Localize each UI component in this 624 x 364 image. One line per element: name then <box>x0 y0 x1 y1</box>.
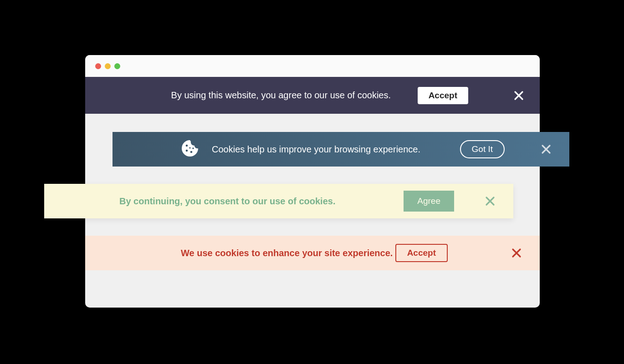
cookie-banner-3: By continuing, you consent to our use of… <box>44 184 513 218</box>
close-icon[interactable] <box>541 144 551 154</box>
cookie-banner-4: We use cookies to enhance your site expe… <box>85 236 540 270</box>
cookie-banner-2: Cookies help us improve your browsing ex… <box>113 132 569 167</box>
svg-point-1 <box>186 149 188 152</box>
got-it-button[interactable]: Got It <box>460 140 505 158</box>
svg-point-4 <box>189 147 190 148</box>
window-titlebar <box>85 55 540 77</box>
cookie-banner-4-message: We use cookies to enhance your site expe… <box>181 248 395 258</box>
accept-button[interactable]: Accept <box>418 87 468 104</box>
window-maximize-dot[interactable] <box>114 63 120 69</box>
window-minimize-dot[interactable] <box>105 63 111 69</box>
browser-window: By using this website, you agree to our … <box>85 55 540 308</box>
svg-point-0 <box>186 144 188 147</box>
cookie-banner-3-message: By continuing, you consent to our use of… <box>119 196 404 207</box>
svg-point-2 <box>190 151 193 153</box>
agree-button[interactable]: Agree <box>404 191 454 212</box>
accept-button[interactable]: Accept <box>395 244 448 262</box>
window-close-dot[interactable] <box>95 63 101 69</box>
cookie-banner-2-message: Cookies help us improve your browsing ex… <box>212 144 460 155</box>
cookie-icon <box>181 139 199 160</box>
svg-point-3 <box>192 147 194 149</box>
close-icon[interactable] <box>485 196 495 206</box>
close-icon[interactable] <box>514 91 524 101</box>
close-icon[interactable] <box>511 248 522 258</box>
cookie-banner-1-message: By using this website, you agree to our … <box>85 90 418 101</box>
cookie-banner-1: By using this website, you agree to our … <box>85 77 540 114</box>
